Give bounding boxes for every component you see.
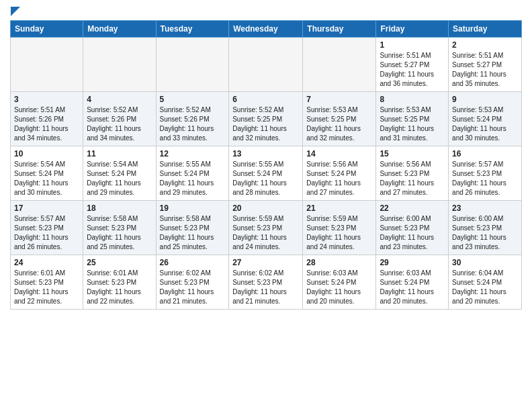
day-info: Sunrise: 6:01 AMSunset: 5:23 PMDaylight:… bbox=[14, 269, 79, 306]
day-info: Sunrise: 5:51 AMSunset: 5:26 PMDaylight:… bbox=[14, 105, 79, 143]
day-number: 4 bbox=[87, 95, 152, 104]
calendar-day bbox=[83, 38, 156, 92]
day-number: 21 bbox=[306, 203, 372, 213]
calendar-day: 17Sunrise: 5:57 AMSunset: 5:23 PMDayligh… bbox=[11, 201, 83, 255]
day-info: Sunrise: 5:53 AMSunset: 5:24 PMDaylight:… bbox=[452, 105, 518, 143]
day-info: Sunrise: 6:02 AMSunset: 5:23 PMDaylight:… bbox=[160, 269, 226, 306]
calendar-day: 7Sunrise: 5:53 AMSunset: 5:25 PMDaylight… bbox=[303, 92, 376, 146]
calendar-header-row: SundayMondayTuesdayWednesdayThursdayFrid… bbox=[11, 21, 522, 38]
calendar-week-row: 17Sunrise: 5:57 AMSunset: 5:23 PMDayligh… bbox=[11, 201, 522, 255]
day-number: 3 bbox=[14, 95, 79, 104]
day-number: 19 bbox=[160, 203, 226, 213]
calendar-day bbox=[11, 38, 83, 92]
calendar-week-row: 3Sunrise: 5:51 AMSunset: 5:26 PMDaylight… bbox=[11, 92, 522, 146]
day-info: Sunrise: 6:01 AMSunset: 5:23 PMDaylight:… bbox=[87, 269, 152, 306]
day-info: Sunrise: 6:00 AMSunset: 5:23 PMDaylight:… bbox=[380, 214, 445, 252]
calendar-header-thursday: Thursday bbox=[303, 21, 376, 38]
day-number: 25 bbox=[87, 258, 152, 267]
calendar-day: 25Sunrise: 6:01 AMSunset: 5:23 PMDayligh… bbox=[83, 255, 156, 310]
day-info: Sunrise: 5:55 AMSunset: 5:24 PMDaylight:… bbox=[160, 160, 226, 197]
day-number: 16 bbox=[452, 149, 518, 158]
calendar-day: 24Sunrise: 6:01 AMSunset: 5:23 PMDayligh… bbox=[11, 255, 83, 310]
day-number: 18 bbox=[87, 203, 152, 213]
day-info: Sunrise: 5:56 AMSunset: 5:24 PMDaylight:… bbox=[306, 160, 372, 197]
calendar-day: 23Sunrise: 6:00 AMSunset: 5:23 PMDayligh… bbox=[449, 201, 522, 255]
day-info: Sunrise: 5:53 AMSunset: 5:25 PMDaylight:… bbox=[306, 105, 372, 143]
calendar-day: 10Sunrise: 5:54 AMSunset: 5:24 PMDayligh… bbox=[11, 146, 83, 201]
calendar-day: 9Sunrise: 5:53 AMSunset: 5:24 PMDaylight… bbox=[449, 92, 522, 146]
calendar-day bbox=[303, 38, 376, 92]
day-info: Sunrise: 6:03 AMSunset: 5:24 PMDaylight:… bbox=[306, 269, 372, 306]
day-number: 5 bbox=[160, 95, 226, 104]
calendar-day: 13Sunrise: 5:55 AMSunset: 5:24 PMDayligh… bbox=[229, 146, 303, 201]
day-number: 26 bbox=[160, 258, 226, 267]
calendar-day: 28Sunrise: 6:03 AMSunset: 5:24 PMDayligh… bbox=[303, 255, 376, 310]
day-info: Sunrise: 5:55 AMSunset: 5:24 PMDaylight:… bbox=[232, 160, 299, 197]
day-number: 9 bbox=[452, 95, 518, 104]
calendar-day: 20Sunrise: 5:59 AMSunset: 5:23 PMDayligh… bbox=[229, 201, 303, 255]
day-number: 12 bbox=[160, 149, 226, 158]
calendar-week-row: 24Sunrise: 6:01 AMSunset: 5:23 PMDayligh… bbox=[11, 255, 522, 310]
calendar-day: 30Sunrise: 6:04 AMSunset: 5:24 PMDayligh… bbox=[449, 255, 522, 310]
calendar-table: SundayMondayTuesdayWednesdayThursdayFrid… bbox=[10, 20, 522, 310]
day-number: 29 bbox=[380, 258, 445, 267]
day-info: Sunrise: 5:53 AMSunset: 5:25 PMDaylight:… bbox=[380, 105, 445, 143]
calendar-header-sunday: Sunday bbox=[11, 21, 83, 38]
day-info: Sunrise: 5:59 AMSunset: 5:23 PMDaylight:… bbox=[232, 214, 299, 252]
day-number: 28 bbox=[306, 258, 372, 267]
page-container: SundayMondayTuesdayWednesdayThursdayFrid… bbox=[0, 0, 532, 320]
calendar-day: 1Sunrise: 5:51 AMSunset: 5:27 PMDaylight… bbox=[376, 38, 449, 92]
day-number: 30 bbox=[452, 258, 518, 267]
day-info: Sunrise: 5:59 AMSunset: 5:23 PMDaylight:… bbox=[306, 214, 372, 252]
calendar-day: 29Sunrise: 6:03 AMSunset: 5:24 PMDayligh… bbox=[376, 255, 449, 310]
day-info: Sunrise: 5:58 AMSunset: 5:23 PMDaylight:… bbox=[87, 214, 152, 252]
day-info: Sunrise: 5:51 AMSunset: 5:27 PMDaylight:… bbox=[452, 51, 518, 89]
calendar-week-row: 10Sunrise: 5:54 AMSunset: 5:24 PMDayligh… bbox=[11, 146, 522, 201]
calendar-day: 15Sunrise: 5:56 AMSunset: 5:23 PMDayligh… bbox=[376, 146, 449, 201]
calendar-day: 14Sunrise: 5:56 AMSunset: 5:24 PMDayligh… bbox=[303, 146, 376, 201]
day-info: Sunrise: 5:57 AMSunset: 5:23 PMDaylight:… bbox=[452, 160, 518, 197]
day-number: 1 bbox=[380, 40, 445, 50]
day-info: Sunrise: 5:56 AMSunset: 5:23 PMDaylight:… bbox=[380, 160, 445, 197]
calendar-day: 22Sunrise: 6:00 AMSunset: 5:23 PMDayligh… bbox=[376, 201, 449, 255]
day-info: Sunrise: 6:04 AMSunset: 5:24 PMDaylight:… bbox=[452, 269, 518, 306]
day-number: 10 bbox=[14, 149, 79, 158]
day-info: Sunrise: 6:03 AMSunset: 5:24 PMDaylight:… bbox=[380, 269, 445, 306]
calendar-header-wednesday: Wednesday bbox=[229, 21, 303, 38]
calendar-day: 12Sunrise: 5:55 AMSunset: 5:24 PMDayligh… bbox=[156, 146, 229, 201]
day-info: Sunrise: 5:52 AMSunset: 5:25 PMDaylight:… bbox=[232, 105, 299, 143]
calendar-day: 26Sunrise: 6:02 AMSunset: 5:23 PMDayligh… bbox=[156, 255, 229, 310]
calendar-day: 19Sunrise: 5:58 AMSunset: 5:23 PMDayligh… bbox=[156, 201, 229, 255]
day-info: Sunrise: 5:57 AMSunset: 5:23 PMDaylight:… bbox=[14, 214, 79, 252]
calendar-day: 27Sunrise: 6:02 AMSunset: 5:23 PMDayligh… bbox=[229, 255, 303, 310]
calendar-day: 8Sunrise: 5:53 AMSunset: 5:25 PMDaylight… bbox=[376, 92, 449, 146]
calendar-day bbox=[156, 38, 229, 92]
day-number: 27 bbox=[232, 258, 299, 267]
calendar-day: 5Sunrise: 5:52 AMSunset: 5:26 PMDaylight… bbox=[156, 92, 229, 146]
day-info: Sunrise: 5:54 AMSunset: 5:24 PMDaylight:… bbox=[14, 160, 79, 197]
calendar-day: 16Sunrise: 5:57 AMSunset: 5:23 PMDayligh… bbox=[449, 146, 522, 201]
day-number: 6 bbox=[232, 95, 299, 104]
day-number: 17 bbox=[14, 203, 79, 213]
day-number: 13 bbox=[232, 149, 299, 158]
calendar-day: 6Sunrise: 5:52 AMSunset: 5:25 PMDaylight… bbox=[229, 92, 303, 146]
page-header bbox=[10, 7, 522, 16]
calendar-day: 2Sunrise: 5:51 AMSunset: 5:27 PMDaylight… bbox=[449, 38, 522, 92]
day-number: 7 bbox=[306, 95, 372, 104]
day-info: Sunrise: 6:02 AMSunset: 5:23 PMDaylight:… bbox=[232, 269, 299, 306]
day-number: 15 bbox=[380, 149, 445, 158]
calendar-header-friday: Friday bbox=[376, 21, 449, 38]
day-number: 24 bbox=[14, 258, 79, 267]
day-number: 22 bbox=[380, 203, 445, 213]
calendar-day: 11Sunrise: 5:54 AMSunset: 5:24 PMDayligh… bbox=[83, 146, 156, 201]
day-number: 20 bbox=[232, 203, 299, 213]
calendar-day bbox=[229, 38, 303, 92]
day-number: 2 bbox=[452, 40, 518, 50]
day-info: Sunrise: 5:54 AMSunset: 5:24 PMDaylight:… bbox=[87, 160, 152, 197]
day-number: 23 bbox=[452, 203, 518, 213]
calendar-header-saturday: Saturday bbox=[449, 21, 522, 38]
calendar-day: 18Sunrise: 5:58 AMSunset: 5:23 PMDayligh… bbox=[83, 201, 156, 255]
day-number: 14 bbox=[306, 149, 372, 158]
calendar-week-row: 1Sunrise: 5:51 AMSunset: 5:27 PMDaylight… bbox=[11, 38, 522, 92]
day-info: Sunrise: 5:52 AMSunset: 5:26 PMDaylight:… bbox=[160, 105, 226, 143]
